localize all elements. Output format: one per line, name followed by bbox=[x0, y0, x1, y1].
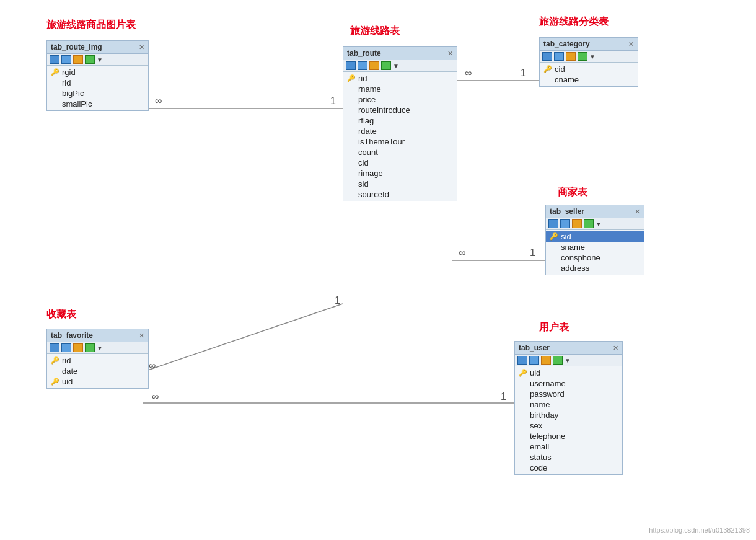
table-favorite: tab_favorite ✕ ▼ 🔑 rid date 🔑 uid bbox=[46, 329, 149, 389]
svg-line-9 bbox=[143, 304, 343, 372]
table-category-body: 🔑 cid cname bbox=[540, 63, 638, 86]
table-row: smallPic bbox=[47, 99, 148, 109]
toolbar-grid-icon[interactable] bbox=[542, 52, 552, 61]
table-row: 🔑 uid bbox=[47, 376, 148, 387]
table-row: code bbox=[515, 463, 622, 473]
svg-text:1: 1 bbox=[501, 391, 506, 402]
table-favorite-header: tab_favorite ✕ bbox=[47, 329, 148, 342]
table-seller-body: 🔑 sid sname consphone address bbox=[546, 230, 644, 275]
toolbar-dropdown[interactable]: ▼ bbox=[97, 345, 103, 352]
table-route-img-toolbar: ▼ bbox=[47, 54, 148, 66]
toolbar-arrow-icon[interactable] bbox=[85, 343, 95, 352]
table-route-body: 🔑 rid rname price routeIntroduce rflag bbox=[343, 72, 457, 201]
toolbar-grid2-icon[interactable] bbox=[554, 52, 564, 61]
svg-text:1: 1 bbox=[335, 295, 340, 306]
toolbar-arrow-icon[interactable] bbox=[85, 55, 95, 64]
table-row: 🔑 sid bbox=[546, 231, 644, 242]
table-route-name: tab_route bbox=[347, 49, 381, 58]
toolbar-key-icon[interactable] bbox=[572, 219, 582, 228]
label-route-img: 旅游线路商品图片表 bbox=[46, 19, 136, 32]
table-row: status bbox=[515, 452, 622, 463]
toolbar-dropdown[interactable]: ▼ bbox=[565, 357, 571, 364]
key-icon: 🔑 bbox=[543, 65, 552, 73]
table-row: rid bbox=[47, 77, 148, 88]
table-row: price bbox=[343, 94, 457, 105]
toolbar-grid-icon[interactable] bbox=[50, 55, 59, 64]
label-category: 旅游线路分类表 bbox=[539, 15, 609, 29]
svg-text:∞: ∞ bbox=[152, 391, 159, 402]
table-row: cid bbox=[343, 157, 457, 168]
table-favorite-body: 🔑 rid date 🔑 uid bbox=[47, 354, 148, 388]
table-row: username bbox=[515, 378, 622, 389]
table-row: consphone bbox=[546, 252, 644, 263]
table-row: sname bbox=[546, 242, 644, 252]
watermark: https://blog.csdn.net/u013821398 bbox=[649, 526, 750, 534]
table-row: 🔑 rgid bbox=[47, 67, 148, 77]
table-route-img-header: tab_route_img ✕ bbox=[47, 41, 148, 54]
toolbar-grid2-icon[interactable] bbox=[61, 55, 71, 64]
table-row: email bbox=[515, 441, 622, 452]
label-seller: 商家表 bbox=[558, 186, 587, 199]
table-route-close[interactable]: ✕ bbox=[447, 50, 453, 58]
toolbar-arrow-icon[interactable] bbox=[584, 219, 594, 228]
table-route-img-close[interactable]: ✕ bbox=[139, 43, 144, 51]
table-row: rdate bbox=[343, 126, 457, 136]
toolbar-grid2-icon[interactable] bbox=[358, 61, 367, 70]
table-seller-toolbar: ▼ bbox=[546, 218, 644, 230]
toolbar-key-icon[interactable] bbox=[73, 343, 83, 352]
key-icon: 🔑 bbox=[347, 74, 356, 82]
table-seller: tab_seller ✕ ▼ 🔑 sid sname consphone bbox=[545, 205, 644, 275]
table-category-header: tab_category ✕ bbox=[540, 38, 638, 51]
table-row: sex bbox=[515, 420, 622, 431]
toolbar-key-icon[interactable] bbox=[73, 55, 83, 64]
svg-text:1: 1 bbox=[521, 68, 526, 78]
table-row: rname bbox=[343, 84, 457, 94]
table-category-close[interactable]: ✕ bbox=[628, 40, 634, 48]
table-row: bigPic bbox=[47, 88, 148, 99]
toolbar-grid2-icon[interactable] bbox=[529, 356, 539, 365]
table-route-header: tab_route ✕ bbox=[343, 47, 457, 60]
toolbar-grid-icon[interactable] bbox=[517, 356, 527, 365]
label-route: 旅游线路表 bbox=[350, 25, 400, 38]
table-favorite-close[interactable]: ✕ bbox=[139, 332, 144, 340]
svg-text:∞: ∞ bbox=[149, 360, 156, 371]
key-icon: 🔑 bbox=[51, 378, 59, 386]
toolbar-grid2-icon[interactable] bbox=[61, 343, 71, 352]
toolbar-key-icon[interactable] bbox=[566, 52, 576, 61]
toolbar-grid-icon[interactable] bbox=[548, 219, 558, 228]
table-row: 🔑 rid bbox=[47, 355, 148, 366]
table-route-img: tab_route_img ✕ ▼ 🔑 rgid rid bigPic bbox=[46, 40, 149, 111]
table-route-img-body: 🔑 rgid rid bigPic smallPic bbox=[47, 66, 148, 110]
toolbar-key-icon[interactable] bbox=[541, 356, 551, 365]
toolbar-grid2-icon[interactable] bbox=[560, 219, 570, 228]
toolbar-arrow-icon[interactable] bbox=[553, 356, 563, 365]
table-row: cname bbox=[540, 74, 638, 85]
label-favorite: 收藏表 bbox=[46, 308, 76, 321]
svg-text:1: 1 bbox=[330, 95, 336, 106]
table-row: birthday bbox=[515, 410, 622, 420]
toolbar-arrow-icon[interactable] bbox=[381, 61, 391, 70]
table-category-toolbar: ▼ bbox=[540, 51, 638, 63]
toolbar-dropdown[interactable]: ▼ bbox=[596, 221, 602, 228]
toolbar-key-icon[interactable] bbox=[369, 61, 379, 70]
table-user-toolbar: ▼ bbox=[515, 355, 622, 366]
table-user: tab_user ✕ ▼ 🔑 uid username password bbox=[514, 341, 623, 475]
table-row: count bbox=[343, 147, 457, 157]
key-icon: 🔑 bbox=[51, 68, 59, 76]
table-seller-header: tab_seller ✕ bbox=[546, 205, 644, 218]
label-user: 用户表 bbox=[539, 321, 569, 334]
toolbar-dropdown[interactable]: ▼ bbox=[97, 56, 103, 63]
table-seller-close[interactable]: ✕ bbox=[635, 208, 640, 216]
svg-text:∞: ∞ bbox=[459, 247, 465, 258]
table-route-toolbar: ▼ bbox=[343, 60, 457, 72]
toolbar-grid-icon[interactable] bbox=[50, 343, 59, 352]
table-row: date bbox=[47, 366, 148, 376]
table-row: password bbox=[515, 389, 622, 399]
table-route-img-name: tab_route_img bbox=[51, 43, 102, 51]
toolbar-grid-icon[interactable] bbox=[346, 61, 356, 70]
toolbar-arrow-icon[interactable] bbox=[578, 52, 587, 61]
toolbar-dropdown[interactable]: ▼ bbox=[589, 53, 596, 60]
table-user-close[interactable]: ✕ bbox=[613, 344, 618, 352]
key-icon: 🔑 bbox=[550, 232, 558, 241]
toolbar-dropdown[interactable]: ▼ bbox=[393, 63, 399, 69]
